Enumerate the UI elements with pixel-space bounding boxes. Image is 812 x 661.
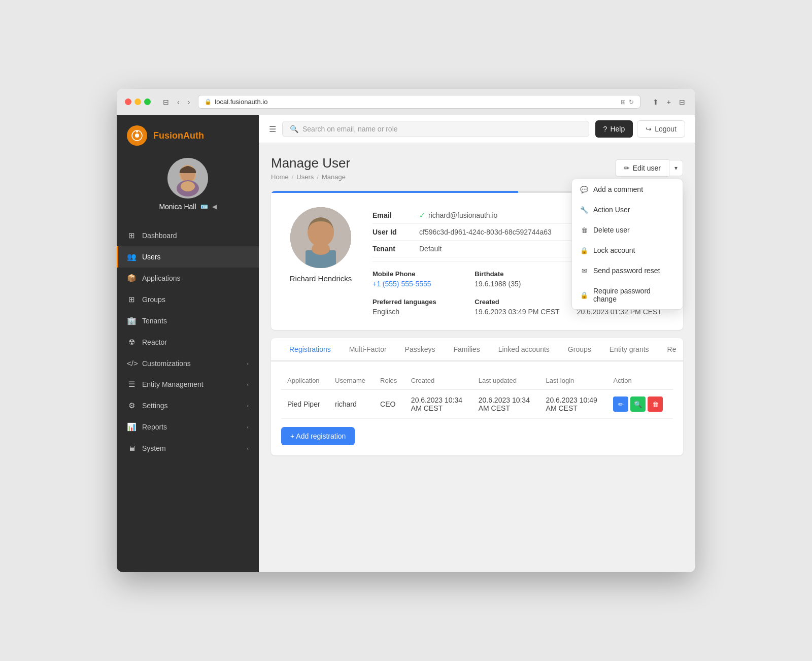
forward-button[interactable]: › xyxy=(186,97,192,107)
sidebar-label-customizations: Customizations xyxy=(142,359,191,368)
edit-icon: ✏ xyxy=(624,164,630,172)
registrations-table-section: Application Username Roles Created Last … xyxy=(271,361,683,455)
mobile-phone-link[interactable]: +1 (555) 555-5555 xyxy=(373,280,431,288)
tab-registrations[interactable]: Registrations xyxy=(281,338,339,361)
col-username: Username xyxy=(329,372,374,390)
topbar-actions: ? Help ↪ Logout xyxy=(595,120,685,138)
new-tab-button[interactable]: + xyxy=(665,97,673,107)
row-action-btns: ✏ 🔍 🗑 xyxy=(613,396,667,412)
sidebar-label-reports: Reports xyxy=(142,423,167,431)
sidebar-item-dashboard[interactable]: ⊞ Dashboard xyxy=(117,225,259,246)
dropdown-item-add-comment[interactable]: 💬 Add a comment xyxy=(572,179,683,200)
back-button[interactable]: ‹ xyxy=(175,97,182,107)
birthdate-value: 19.6.1988 (35) xyxy=(475,280,566,288)
sidebar-label-system: System xyxy=(142,444,166,452)
share-button[interactable]: ⬆ xyxy=(651,97,661,107)
sidebar-item-reactor[interactable]: ☢ Reactor xyxy=(117,332,259,353)
table-row: Pied Piper richard CEO 20.6.2023 10:34AM… xyxy=(281,390,673,419)
address-bar[interactable]: 🔒 local.fusionauth.io ⊞ ↻ xyxy=(198,95,640,109)
logout-icon: ↪ xyxy=(646,125,652,133)
tab-entity-grants[interactable]: Entity grants xyxy=(601,338,657,361)
dropdown-toggle-button[interactable]: ▾ xyxy=(669,160,683,176)
tab-multi-factor[interactable]: Multi-Factor xyxy=(341,338,395,361)
breadcrumb-users[interactable]: Users xyxy=(296,173,314,181)
search-bar[interactable]: 🔍 Search on email, name or role xyxy=(282,121,589,137)
customizations-icon: </> xyxy=(127,359,136,368)
tabs-header: Registrations Multi-Factor Passkeys Fami… xyxy=(271,338,683,361)
breadcrumb-manage: Manage xyxy=(322,173,346,181)
help-button[interactable]: ? Help xyxy=(595,120,633,138)
sidebar-toggle-browser[interactable]: ⊟ xyxy=(161,97,171,107)
tab-re[interactable]: Re xyxy=(659,338,683,361)
sidebar-item-applications[interactable]: 📦 Applications xyxy=(117,268,259,289)
require-password-icon: 🔒 xyxy=(580,291,588,299)
help-icon: ? xyxy=(603,125,607,133)
sidebar-item-customizations[interactable]: </> Customizations ‹ xyxy=(117,353,259,374)
search-placeholder: Search on email, name or role xyxy=(302,125,398,133)
sidebar-item-entity-management[interactable]: ☰ Entity Management ‹ xyxy=(117,374,259,395)
content-area: Manage User Home / Users / Manage ✏ xyxy=(259,143,695,572)
tabs-section: Registrations Multi-Factor Passkeys Fami… xyxy=(271,338,683,455)
dropdown-item-require-password-change[interactable]: 🔒 Require password change xyxy=(572,281,683,309)
userid-label: User Id xyxy=(373,228,413,236)
col-application: Application xyxy=(281,372,329,390)
minimize-button[interactable] xyxy=(134,98,141,105)
email-label: Email xyxy=(373,211,413,219)
comment-icon: 💬 xyxy=(580,186,588,193)
sidebar-item-groups[interactable]: ⊞ Groups xyxy=(117,289,259,310)
sidebar-item-tenants[interactable]: 🏢 Tenants xyxy=(117,310,259,332)
col-last-updated: Last updated xyxy=(472,372,540,390)
user-profile-left: Richard Hendricks xyxy=(285,207,356,316)
menu-icon[interactable]: ☰ xyxy=(269,124,276,134)
chevron-settings: ‹ xyxy=(247,403,249,409)
breadcrumb: Home / Users / Manage xyxy=(271,173,350,181)
dropdown-item-action-user[interactable]: 🔧 Action User xyxy=(572,200,683,220)
close-button[interactable] xyxy=(125,98,131,105)
reader-icon[interactable]: ⊞ xyxy=(621,98,626,106)
dropdown-item-send-password-reset[interactable]: ✉ Send password reset xyxy=(572,260,683,281)
sidebar: FusionAuth xyxy=(117,115,259,572)
edit-registration-button[interactable]: ✏ xyxy=(613,396,628,412)
maximize-button[interactable] xyxy=(144,98,151,105)
sidebar-item-reports[interactable]: 📊 Reports ‹ xyxy=(117,416,259,438)
delete-user-label: Delete user xyxy=(593,226,630,234)
sidebar-item-settings[interactable]: ⚙ Settings ‹ xyxy=(117,395,259,416)
edit-user-button[interactable]: ✏ Edit user xyxy=(615,159,669,177)
logout-button[interactable]: ↪ Logout xyxy=(637,120,685,138)
birthdate-label: Birthdate xyxy=(475,270,566,278)
lock-account-label: Lock account xyxy=(593,246,635,254)
view-registration-button[interactable]: 🔍 xyxy=(630,396,646,412)
tab-groups[interactable]: Groups xyxy=(560,338,599,361)
dropdown-item-delete-user[interactable]: 🗑 Delete user xyxy=(572,220,683,240)
breadcrumb-home[interactable]: Home xyxy=(271,173,289,181)
refresh-icon[interactable]: ↻ xyxy=(629,98,634,106)
dashboard-icon: ⊞ xyxy=(127,231,136,240)
browser-controls: ⊟ ‹ › xyxy=(161,97,192,107)
help-label: Help xyxy=(610,125,625,133)
delete-icon: 🗑 xyxy=(580,226,588,234)
sidebar-label-users: Users xyxy=(142,253,161,261)
page-header: Manage User Home / Users / Manage ✏ xyxy=(271,155,683,181)
tabs-button[interactable]: ⊟ xyxy=(677,97,687,107)
logout-label: Logout xyxy=(655,125,676,133)
sidebar-item-system[interactable]: 🖥 System ‹ xyxy=(117,438,259,458)
tab-families[interactable]: Families xyxy=(446,338,488,361)
sidebar-label-reactor: Reactor xyxy=(142,338,167,346)
send-password-reset-label: Send password reset xyxy=(593,267,660,275)
sidebar-item-users[interactable]: 👥 Users xyxy=(117,246,259,268)
mobile-phone-value: +1 (555) 555-5555 xyxy=(373,280,464,288)
action-user-icon: 🔧 xyxy=(580,206,588,214)
add-registration-button[interactable]: + Add registration xyxy=(281,427,355,445)
lock-icon: 🔒 xyxy=(205,98,212,105)
svg-point-2 xyxy=(136,130,138,133)
tab-linked-accounts[interactable]: Linked accounts xyxy=(490,338,558,361)
sidebar-label-applications: Applications xyxy=(142,274,181,282)
users-icon: 👥 xyxy=(127,252,136,261)
mobile-phone-label: Mobile Phone xyxy=(373,270,464,278)
registrations-table: Application Username Roles Created Last … xyxy=(281,372,673,419)
tab-passkeys[interactable]: Passkeys xyxy=(397,338,444,361)
delete-registration-button[interactable]: 🗑 xyxy=(648,396,663,412)
tenant-label: Tenant xyxy=(373,245,413,253)
dropdown-item-lock-account[interactable]: 🔒 Lock account xyxy=(572,240,683,260)
email-text: richard@fusionauth.io xyxy=(428,211,497,219)
